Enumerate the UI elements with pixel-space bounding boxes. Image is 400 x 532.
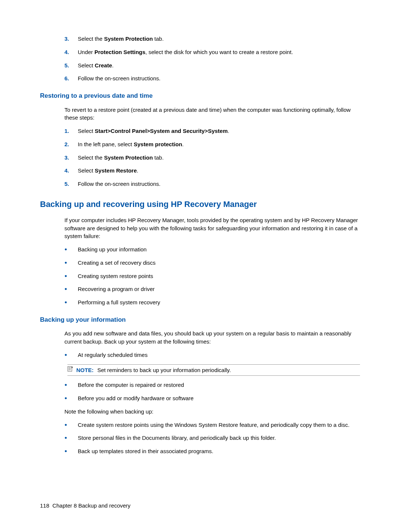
list-number: 5. <box>64 180 78 188</box>
bullet-list-note-items: ●Create system restore points using the … <box>40 421 360 455</box>
list-item: ●Back up templates stored in their assoc… <box>64 447 360 455</box>
list-text: Store personal files in the Documents li… <box>78 434 360 442</box>
list-text: Recovering a program or driver <box>78 285 360 293</box>
bullet-icon: ● <box>64 245 78 254</box>
list-item: 2.In the left pane, select System protec… <box>64 140 360 148</box>
list-text: Select the System Protection tab. <box>78 35 360 43</box>
chapter-title: Chapter 8 Backup and recovery <box>52 502 130 509</box>
page-number: 118 <box>40 502 49 509</box>
paragraph-note-following: Note the following when backing up: <box>40 408 360 416</box>
bullet-list-times-a: ●At regularly scheduled times <box>40 351 360 359</box>
paragraph-restoring-intro: To revert to a restore point (created at… <box>40 106 360 122</box>
list-text: Creating a set of recovery discs <box>78 259 360 267</box>
list-item: 3.Select the System Protection tab. <box>64 35 360 43</box>
list-text: Before the computer is repaired or resto… <box>78 381 360 389</box>
list-text: Before you add or modify hardware or sof… <box>78 394 360 402</box>
note-label: NOTE: <box>76 367 94 373</box>
bullet-icon: ● <box>64 285 78 293</box>
heading-hp-recovery-manager: Backing up and recovering using HP Recov… <box>40 198 360 210</box>
list-number: 4. <box>64 48 78 56</box>
list-item: 3.Select the System Protection tab. <box>64 154 360 162</box>
list-text: Performing a full system recovery <box>78 298 360 307</box>
heading-backing-up-info: Backing up your information <box>40 315 360 325</box>
list-item: 4.Select System Restore. <box>64 167 360 175</box>
list-text: In the left pane, select System protecti… <box>78 140 360 148</box>
list-text: Select System Restore. <box>78 167 360 175</box>
bullet-icon: ● <box>64 259 78 267</box>
document-page: 3.Select the System Protection tab.4.Und… <box>0 0 400 532</box>
list-text: Select Create. <box>78 61 360 70</box>
list-text: Under Protection Settings, select the di… <box>78 48 360 56</box>
note-box: NOTE:Set reminders to back up your infor… <box>67 364 360 376</box>
list-item: ●Create system restore points using the … <box>64 421 360 429</box>
list-number: 4. <box>64 167 78 175</box>
list-item: 6.Follow the on-screen instructions. <box>64 74 360 83</box>
list-number: 1. <box>64 127 78 135</box>
list-text: At regularly scheduled times <box>78 351 360 359</box>
list-item: ●Before you add or modify hardware or so… <box>64 394 360 402</box>
bullet-icon: ● <box>64 351 78 359</box>
page-footer: 118 Chapter 8 Backup and recovery <box>40 502 130 510</box>
list-text: Follow the on-screen instructions. <box>78 74 360 83</box>
list-text: Creating system restore points <box>78 272 360 280</box>
list-number: 5. <box>64 61 78 70</box>
list-number: 3. <box>64 154 78 162</box>
list-item: ●Recovering a program or driver <box>64 285 360 293</box>
bullet-icon: ● <box>64 298 78 307</box>
list-text: Follow the on-screen instructions. <box>78 180 360 188</box>
note-content: NOTE:Set reminders to back up your infor… <box>76 366 231 374</box>
bullet-list-tasks: ●Backing up your information●Creating a … <box>40 245 360 307</box>
list-text: Create system restore points using the W… <box>78 421 360 429</box>
bullet-list-times-b: ●Before the computer is repaired or rest… <box>40 381 360 402</box>
bullet-icon: ● <box>64 381 78 389</box>
list-item: ●Creating a set of recovery discs <box>64 259 360 267</box>
list-text: Select Start>Control Panel>System and Se… <box>78 127 360 135</box>
list-item: ●Before the computer is repaired or rest… <box>64 381 360 389</box>
list-number: 3. <box>64 35 78 43</box>
list-item: 1.Select Start>Control Panel>System and … <box>64 127 360 135</box>
list-item: ●At regularly scheduled times <box>64 351 360 359</box>
ordered-list-create-restore-point: 3.Select the System Protection tab.4.Und… <box>40 35 360 83</box>
list-text: Back up templates stored in their associ… <box>78 447 360 455</box>
list-item: 5.Select Create. <box>64 61 360 70</box>
note-text: Set reminders to back up your informatio… <box>97 367 231 373</box>
list-item: ●Performing a full system recovery <box>64 298 360 307</box>
bullet-icon: ● <box>64 447 78 455</box>
bullet-icon: ● <box>64 421 78 429</box>
list-item: 4.Under Protection Settings, select the … <box>64 48 360 56</box>
bullet-icon: ● <box>64 272 78 280</box>
bullet-icon: ● <box>64 394 78 402</box>
list-item: ●Store personal files in the Documents l… <box>64 434 360 442</box>
paragraph-backing-up-intro: As you add new software and data files, … <box>40 329 360 346</box>
list-item: 5.Follow the on-screen instructions. <box>64 180 360 188</box>
list-text: Select the System Protection tab. <box>78 154 360 162</box>
list-item: ●Backing up your information <box>64 245 360 254</box>
paragraph-hp-recovery-intro: If your computer includes HP Recovery Ma… <box>40 216 360 240</box>
list-item: ●Creating system restore points <box>64 272 360 280</box>
bullet-icon: ● <box>64 434 78 442</box>
note-icon <box>67 366 76 374</box>
ordered-list-restoring: 1.Select Start>Control Panel>System and … <box>40 127 360 188</box>
list-number: 6. <box>64 74 78 83</box>
list-text: Backing up your information <box>78 245 360 254</box>
heading-restoring: Restoring to a previous date and time <box>40 91 360 101</box>
list-number: 2. <box>64 140 78 148</box>
